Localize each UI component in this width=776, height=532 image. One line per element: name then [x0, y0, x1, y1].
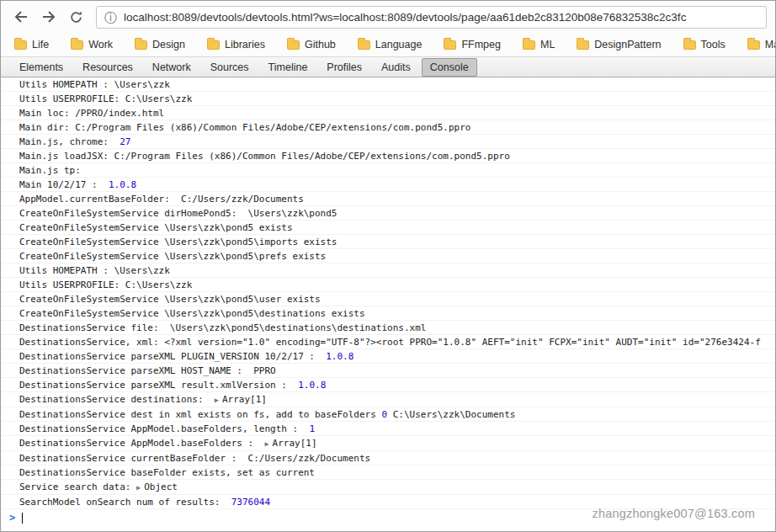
object-preview[interactable]: Array[1]: [273, 438, 317, 449]
log-text: DestinationsService AppModel.baseFolders…: [19, 438, 264, 449]
console-log-line: Main.js loadJSX: C:/Program Files (x86)/…: [1, 149, 775, 163]
console-log-line: DestinationsService file: \Users\zzk\pon…: [1, 321, 775, 335]
folder-icon: [71, 40, 83, 50]
tab-audits[interactable]: Audits: [373, 58, 419, 77]
console-log-line: CreateOnFileSystemService dirHomePond5: …: [1, 206, 775, 221]
bookmark-label: ML: [540, 39, 555, 51]
log-text: Utils HOMEPATH : \Users\zzk: [19, 79, 170, 90]
log-text: Main loc: /PPRO/index.html: [19, 108, 164, 119]
back-button[interactable]: [9, 6, 32, 29]
bookmark-designpattern[interactable]: DesignPattern: [577, 39, 661, 51]
log-text: DestinationsService baseFolder exists, s…: [19, 467, 315, 478]
folder-icon: [358, 40, 370, 50]
console-log-line: Utils HOMEPATH : \Users\zzk: [1, 77, 775, 92]
tab-resources[interactable]: Resources: [74, 58, 141, 77]
devtools-tabbar: ElementsResourcesNetworkSourcesTimelineP…: [1, 56, 775, 77]
console-log-line: Utils USERPROFILE: C:\Users\zzk: [1, 92, 775, 106]
log-text: DestinationsService parseXML HOST_NAME :…: [19, 365, 276, 376]
log-text: DestinationsService file: \Users\zzk\pon…: [19, 322, 426, 333]
bookmark-ml[interactable]: ML: [523, 39, 555, 51]
expand-triangle-icon[interactable]: ▶: [215, 395, 219, 406]
object-preview[interactable]: Array[1]: [222, 394, 267, 405]
bookmark-label: DesignPattern: [594, 39, 661, 51]
folder-icon: [14, 40, 27, 50]
console-log-line: DestinationsService destinations: ▶Array…: [1, 392, 775, 407]
log-text: AppModel.currentBaseFolder: C:/Users/zzk…: [19, 194, 304, 205]
console-log-line: Main 10/2/17 : 1.0.8: [1, 178, 775, 192]
bookmark-label: Life: [32, 39, 49, 51]
log-text: CreateOnFileSystemService \Users\zzk\pon…: [19, 237, 338, 247]
bookmark-work[interactable]: Work: [71, 39, 113, 51]
log-text: DestinationsService currentBaseFolder : …: [19, 453, 370, 464]
console-log-line: Service search data: ▶Object: [1, 480, 775, 495]
bookmark-language[interactable]: Language: [358, 39, 423, 51]
tab-profiles[interactable]: Profiles: [318, 58, 370, 77]
console-log-line: DestinationsService dest in xml exists o…: [1, 407, 775, 422]
console-log-line: DestinationsService parseXML result.xmlV…: [1, 378, 775, 392]
log-text: Utils USERPROFILE: C:\Users\zzk: [19, 93, 192, 104]
text-caret: [22, 513, 23, 524]
tab-console[interactable]: Console: [422, 58, 477, 77]
log-text: Service search data:: [19, 481, 136, 492]
console-log-line: Main.js tp:: [1, 163, 775, 178]
address-bar[interactable]: ⓘ localhost:8089/devtools/devtools.html?…: [96, 6, 767, 29]
bookmark-design[interactable]: Design: [135, 39, 185, 51]
expand-triangle-icon[interactable]: ▶: [136, 482, 141, 493]
log-text: DestinationsService parseXML result.xmlV…: [19, 380, 298, 391]
bookmark-libraries[interactable]: Libraries: [207, 39, 265, 51]
number-value: 1.0.8: [326, 351, 353, 362]
expand-triangle-icon[interactable]: ▶: [264, 439, 268, 450]
console-panel: Utils HOMEPATH : \Users\zzkUtils USERPRO…: [1, 77, 775, 529]
back-arrow-icon: [13, 10, 29, 24]
tab-network[interactable]: Network: [144, 58, 199, 77]
console-log-line: CreateOnFileSystemService \Users\zzk\pon…: [1, 235, 775, 249]
tab-elements[interactable]: Elements: [11, 58, 72, 77]
log-text: Main dir: C:/Program Files (x86)/Common …: [19, 122, 470, 133]
console-log-line: CreateOnFileSystemService \Users\zzk\pon…: [1, 306, 775, 321]
log-text: DestinationsService AppModel.baseFolders…: [19, 423, 309, 434]
forward-button[interactable]: [37, 6, 60, 29]
reload-button[interactable]: [65, 6, 88, 29]
console-log-line: CreateOnFileSystemService \Users\zzk\pon…: [1, 292, 775, 306]
tab-timeline[interactable]: Timeline: [260, 58, 316, 77]
log-text: DestinationsService destinations:: [19, 394, 215, 405]
console-log-line: DestinationsService baseFolder exists, s…: [1, 466, 775, 480]
bookmarks-bar: LifeWorkDesignLibrariesGithubLanguageFFm…: [1, 33, 775, 56]
bookmark-ffmpeg[interactable]: FFmpeg: [444, 39, 501, 51]
console-log-line: Utils HOMEPATH : \Users\zzk: [1, 263, 775, 278]
log-text: Main 10/2/17 :: [19, 179, 109, 190]
page-info-icon[interactable]: ⓘ: [104, 11, 117, 24]
folder-icon: [207, 40, 220, 50]
folder-icon: [135, 40, 147, 50]
console-log-line: AppModel.currentBaseFolder: C:/Users/zzk…: [1, 192, 775, 206]
console-log-line: Main loc: /PPRO/index.html: [1, 106, 775, 120]
bookmark-tools[interactable]: Tools: [683, 39, 726, 51]
bookmark-life[interactable]: Life: [14, 39, 49, 51]
bookmark-math[interactable]: Math: [747, 39, 775, 51]
log-text: CreateOnFileSystemService \Users\zzk\pon…: [19, 308, 365, 319]
browser-toolbar: ⓘ localhost:8089/devtools/devtools.html?…: [1, 1, 775, 33]
bookmark-github[interactable]: Github: [287, 39, 336, 51]
log-text: Main.js tp:: [19, 165, 81, 176]
object-preview[interactable]: Object: [144, 481, 178, 492]
number-value: 7376044: [231, 497, 270, 508]
folder-icon: [444, 40, 456, 50]
url-text[interactable]: localhost:8089/devtools/devtools.html?ws…: [124, 11, 758, 24]
tab-sources[interactable]: Sources: [202, 58, 258, 77]
browser-window: ⓘ localhost:8089/devtools/devtools.html?…: [0, 0, 776, 532]
log-text: C:\Users\zzk\Documents: [387, 409, 515, 420]
console-log-line: DestinationsService parseXML PLUGIN_VERS…: [1, 349, 775, 364]
log-text: CreateOnFileSystemService dirHomePond5: …: [19, 208, 338, 219]
forward-arrow-icon: [41, 10, 56, 24]
bookmark-label: Work: [88, 39, 113, 51]
log-text: SearchModel onSearch num of results:: [19, 497, 231, 508]
reload-icon: [69, 10, 83, 24]
number-value: 1.0.8: [109, 179, 136, 190]
log-text: Utils USERPROFILE: C:\Users\zzk: [19, 279, 192, 290]
console-log-line: DestinationsService AppModel.baseFolders…: [1, 436, 775, 451]
console-log-line: DestinationsService AppModel.baseFolders…: [1, 422, 775, 436]
console-log-list: Utils HOMEPATH : \Users\zzkUtils USERPRO…: [1, 77, 775, 509]
number-value: 1: [309, 423, 315, 434]
folder-icon: [747, 40, 760, 50]
log-text: DestinationsService, xml: <?xml version=…: [19, 337, 761, 348]
